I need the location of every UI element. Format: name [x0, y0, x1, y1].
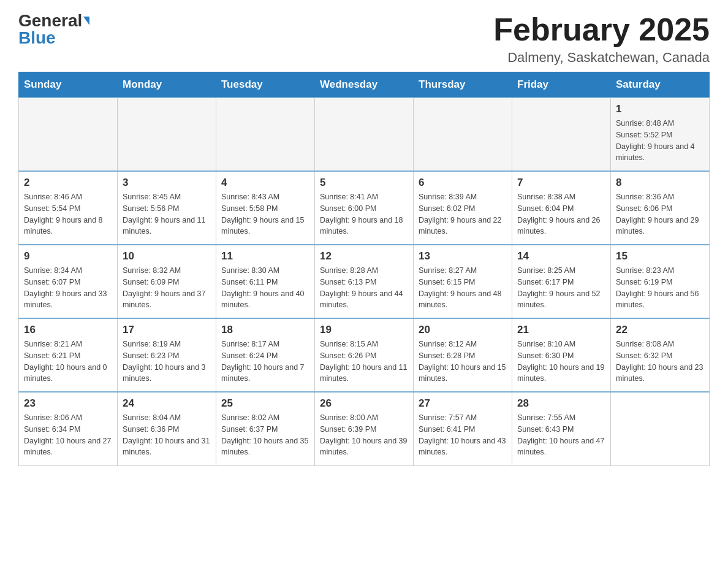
- day-info: Sunrise: 8:19 AMSunset: 6:23 PMDaylight:…: [123, 339, 211, 385]
- calendar-cell: 5Sunrise: 8:41 AMSunset: 6:00 PMDaylight…: [315, 171, 414, 245]
- day-info: Sunrise: 8:21 AMSunset: 6:21 PMDaylight:…: [24, 339, 112, 385]
- calendar-cell: 14Sunrise: 8:25 AMSunset: 6:17 PMDayligh…: [512, 245, 611, 318]
- day-info: Sunrise: 8:25 AMSunset: 6:17 PMDaylight:…: [517, 265, 605, 311]
- weekday-header-thursday: Thursday: [414, 72, 512, 98]
- calendar-cell: 22Sunrise: 8:08 AMSunset: 6:32 PMDayligh…: [611, 318, 710, 392]
- calendar-cell: 20Sunrise: 8:12 AMSunset: 6:28 PMDayligh…: [414, 318, 512, 392]
- month-title: February 2025: [493, 12, 710, 47]
- day-info: Sunrise: 8:48 AMSunset: 5:52 PMDaylight:…: [616, 118, 704, 164]
- page-header: General Blue February 2025 Dalmeny, Sask…: [18, 12, 710, 66]
- day-number: 12: [320, 250, 408, 262]
- calendar-cell: 23Sunrise: 8:06 AMSunset: 6:34 PMDayligh…: [19, 392, 118, 465]
- weekday-header-wednesday: Wednesday: [315, 72, 414, 98]
- title-section: February 2025 Dalmeny, Saskatchewan, Can…: [493, 12, 710, 66]
- calendar-cell: [414, 98, 512, 171]
- calendar-header-row: SundayMondayTuesdayWednesdayThursdayFrid…: [19, 72, 710, 98]
- day-info: Sunrise: 7:57 AMSunset: 6:41 PMDaylight:…: [419, 412, 507, 458]
- calendar-cell: 12Sunrise: 8:28 AMSunset: 6:13 PMDayligh…: [315, 245, 414, 318]
- location-subtitle: Dalmeny, Saskatchewan, Canada: [493, 50, 710, 66]
- calendar-week-4: 16Sunrise: 8:21 AMSunset: 6:21 PMDayligh…: [19, 318, 710, 392]
- weekday-header-sunday: Sunday: [19, 72, 118, 98]
- day-number: 24: [123, 397, 211, 410]
- day-number: 10: [123, 250, 211, 262]
- day-number: 16: [24, 324, 112, 336]
- day-info: Sunrise: 7:55 AMSunset: 6:43 PMDaylight:…: [517, 412, 605, 458]
- day-info: Sunrise: 8:41 AMSunset: 6:00 PMDaylight:…: [320, 191, 408, 237]
- day-info: Sunrise: 8:30 AMSunset: 6:11 PMDaylight:…: [221, 265, 309, 311]
- day-info: Sunrise: 8:12 AMSunset: 6:28 PMDaylight:…: [419, 339, 507, 385]
- day-number: 6: [419, 177, 507, 189]
- day-number: 14: [517, 250, 605, 262]
- day-number: 27: [419, 397, 507, 410]
- calendar-table: SundayMondayTuesdayWednesdayThursdayFrid…: [18, 72, 710, 466]
- calendar-week-1: 1Sunrise: 8:48 AMSunset: 5:52 PMDaylight…: [19, 98, 710, 171]
- day-info: Sunrise: 8:08 AMSunset: 6:32 PMDaylight:…: [616, 339, 704, 385]
- day-info: Sunrise: 8:04 AMSunset: 6:36 PMDaylight:…: [123, 412, 211, 458]
- calendar-cell: 26Sunrise: 8:00 AMSunset: 6:39 PMDayligh…: [315, 392, 414, 465]
- calendar-cell: 6Sunrise: 8:39 AMSunset: 6:02 PMDaylight…: [414, 171, 512, 245]
- weekday-header-friday: Friday: [512, 72, 611, 98]
- calendar-cell: 10Sunrise: 8:32 AMSunset: 6:09 PMDayligh…: [118, 245, 216, 318]
- day-number: 20: [419, 324, 507, 336]
- day-info: Sunrise: 8:46 AMSunset: 5:54 PMDaylight:…: [24, 191, 112, 237]
- day-info: Sunrise: 8:34 AMSunset: 6:07 PMDaylight:…: [24, 265, 112, 311]
- calendar-cell: [118, 98, 216, 171]
- day-info: Sunrise: 8:36 AMSunset: 6:06 PMDaylight:…: [616, 191, 704, 237]
- day-info: Sunrise: 8:02 AMSunset: 6:37 PMDaylight:…: [221, 412, 309, 458]
- calendar-cell: 2Sunrise: 8:46 AMSunset: 5:54 PMDaylight…: [19, 171, 118, 245]
- calendar-cell: 25Sunrise: 8:02 AMSunset: 6:37 PMDayligh…: [216, 392, 315, 465]
- day-info: Sunrise: 8:32 AMSunset: 6:09 PMDaylight:…: [123, 265, 211, 311]
- day-info: Sunrise: 8:17 AMSunset: 6:24 PMDaylight:…: [221, 339, 309, 385]
- day-number: 19: [320, 324, 408, 336]
- weekday-header-tuesday: Tuesday: [216, 72, 315, 98]
- logo-blue-text: Blue: [18, 29, 56, 47]
- calendar-cell: 8Sunrise: 8:36 AMSunset: 6:06 PMDaylight…: [611, 171, 710, 245]
- day-info: Sunrise: 8:39 AMSunset: 6:02 PMDaylight:…: [419, 191, 507, 237]
- calendar-cell: [19, 98, 118, 171]
- day-number: 8: [616, 177, 704, 189]
- day-number: 1: [616, 103, 704, 115]
- calendar-cell: [216, 98, 315, 171]
- day-number: 15: [616, 250, 704, 262]
- day-number: 11: [221, 250, 309, 262]
- calendar-cell: 11Sunrise: 8:30 AMSunset: 6:11 PMDayligh…: [216, 245, 315, 318]
- calendar-cell: 18Sunrise: 8:17 AMSunset: 6:24 PMDayligh…: [216, 318, 315, 392]
- logo-general-text: General: [18, 12, 82, 29]
- calendar-cell: 16Sunrise: 8:21 AMSunset: 6:21 PMDayligh…: [19, 318, 118, 392]
- day-info: Sunrise: 8:00 AMSunset: 6:39 PMDaylight:…: [320, 412, 408, 458]
- day-number: 23: [24, 397, 112, 410]
- day-info: Sunrise: 8:06 AMSunset: 6:34 PMDaylight:…: [24, 412, 112, 458]
- calendar-cell: 4Sunrise: 8:43 AMSunset: 5:58 PMDaylight…: [216, 171, 315, 245]
- day-number: 7: [517, 177, 605, 189]
- logo: General Blue: [18, 12, 89, 47]
- calendar-cell: 15Sunrise: 8:23 AMSunset: 6:19 PMDayligh…: [611, 245, 710, 318]
- calendar-week-2: 2Sunrise: 8:46 AMSunset: 5:54 PMDaylight…: [19, 171, 710, 245]
- day-number: 18: [221, 324, 309, 336]
- day-info: Sunrise: 8:38 AMSunset: 6:04 PMDaylight:…: [517, 191, 605, 237]
- calendar-cell: 28Sunrise: 7:55 AMSunset: 6:43 PMDayligh…: [512, 392, 611, 465]
- day-info: Sunrise: 8:45 AMSunset: 5:56 PMDaylight:…: [123, 191, 211, 237]
- calendar-cell: 17Sunrise: 8:19 AMSunset: 6:23 PMDayligh…: [118, 318, 216, 392]
- day-info: Sunrise: 8:23 AMSunset: 6:19 PMDaylight:…: [616, 265, 704, 311]
- weekday-header-saturday: Saturday: [611, 72, 710, 98]
- calendar-cell: 3Sunrise: 8:45 AMSunset: 5:56 PMDaylight…: [118, 171, 216, 245]
- calendar-cell: 24Sunrise: 8:04 AMSunset: 6:36 PMDayligh…: [118, 392, 216, 465]
- day-number: 3: [123, 177, 211, 189]
- day-info: Sunrise: 8:43 AMSunset: 5:58 PMDaylight:…: [221, 191, 309, 237]
- calendar-cell: [512, 98, 611, 171]
- calendar-cell: [315, 98, 414, 171]
- calendar-week-5: 23Sunrise: 8:06 AMSunset: 6:34 PMDayligh…: [19, 392, 710, 465]
- day-info: Sunrise: 8:27 AMSunset: 6:15 PMDaylight:…: [419, 265, 507, 311]
- calendar-cell: 9Sunrise: 8:34 AMSunset: 6:07 PMDaylight…: [19, 245, 118, 318]
- logo-triangle-icon: [83, 17, 89, 25]
- day-number: 2: [24, 177, 112, 189]
- day-number: 9: [24, 250, 112, 262]
- calendar-cell: 7Sunrise: 8:38 AMSunset: 6:04 PMDaylight…: [512, 171, 611, 245]
- day-number: 26: [320, 397, 408, 410]
- weekday-header-monday: Monday: [118, 72, 216, 98]
- day-number: 21: [517, 324, 605, 336]
- calendar-cell: 13Sunrise: 8:27 AMSunset: 6:15 PMDayligh…: [414, 245, 512, 318]
- day-number: 28: [517, 397, 605, 410]
- day-number: 22: [616, 324, 704, 336]
- day-info: Sunrise: 8:10 AMSunset: 6:30 PMDaylight:…: [517, 339, 605, 385]
